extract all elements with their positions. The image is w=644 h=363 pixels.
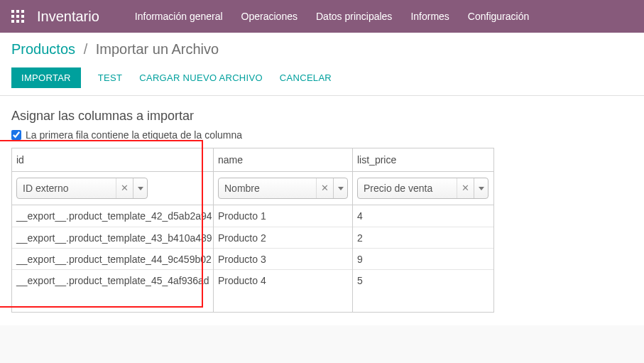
app-title[interactable]: Inventario [37, 9, 99, 25]
field-mapping-select[interactable]: Nombre ✕ [218, 178, 348, 199]
menu-item-reports[interactable]: Informes [410, 11, 449, 22]
control-panel: Productos / Importar un Archivo IMPORTAR… [0, 33, 644, 96]
table-row: Producto 1 [214, 205, 352, 227]
column-mapping-cell: Precio de venta ✕ [353, 172, 493, 205]
first-row-header-checkbox[interactable] [11, 130, 21, 140]
menu-item-operations[interactable]: Operaciones [241, 11, 298, 22]
table-row: 2 [353, 227, 493, 248]
section-title: Asignar las columnas a importar [11, 109, 633, 124]
clear-icon[interactable]: ✕ [457, 178, 474, 198]
main-menu: Información general Operaciones Datos pr… [135, 11, 529, 22]
field-mapping-value: ID externo [17, 183, 116, 194]
action-bar: IMPORTAR TEST CARGAR NUEVO ARCHIVO CANCE… [11, 67, 633, 88]
menu-item-master-data[interactable]: Datos principales [316, 11, 392, 22]
cancel-button[interactable]: CANCELAR [280, 72, 332, 83]
clear-icon[interactable]: ✕ [316, 178, 333, 198]
import-column-id: id ID externo ✕ __export__.product_templ… [12, 148, 214, 312]
first-row-header-label[interactable]: La primera fila contiene la etiqueta de … [26, 129, 242, 141]
import-content: Asignar las columnas a importar La prime… [0, 96, 644, 325]
table-spacer [353, 291, 493, 312]
column-mapping-cell: ID externo ✕ [12, 172, 213, 205]
chevron-down-icon[interactable] [474, 178, 488, 198]
column-header: name [214, 148, 352, 172]
load-new-file-button[interactable]: CARGAR NUEVO ARCHIVO [139, 72, 263, 83]
breadcrumb-products[interactable]: Productos [11, 41, 75, 57]
table-spacer [12, 291, 213, 312]
first-row-header-option: La primera fila contiene la etiqueta de … [11, 129, 633, 141]
chevron-down-icon[interactable] [333, 178, 347, 198]
table-row: __export__.product_template_43_b410a489 [12, 227, 213, 248]
table-spacer [214, 291, 352, 312]
import-column-price: list_price Precio de venta ✕ 4 2 9 5 [353, 148, 493, 312]
column-header: id [12, 148, 213, 172]
table-row: Producto 4 [214, 269, 352, 291]
column-header: list_price [353, 148, 493, 172]
field-mapping-select[interactable]: ID externo ✕ [16, 178, 148, 199]
table-row: 9 [353, 248, 493, 269]
table-row: __export__.product_template_42_d5ab2a94 [12, 205, 213, 227]
import-button[interactable]: IMPORTAR [11, 67, 81, 88]
menu-item-overview[interactable]: Información general [135, 11, 223, 22]
top-navbar: Inventario Información general Operacion… [0, 0, 644, 33]
clear-icon[interactable]: ✕ [116, 178, 133, 198]
field-mapping-value: Nombre [219, 183, 316, 194]
field-mapping-select[interactable]: Precio de venta ✕ [357, 178, 489, 199]
table-row: 5 [353, 269, 493, 291]
chevron-down-icon[interactable] [133, 178, 147, 198]
test-button[interactable]: TEST [98, 72, 122, 83]
field-mapping-value: Precio de venta [358, 183, 457, 194]
menu-item-config[interactable]: Configuración [468, 11, 529, 22]
table-row: Producto 3 [214, 248, 352, 269]
breadcrumb-separator: / [84, 41, 88, 57]
table-row: Producto 2 [214, 227, 352, 248]
import-preview-table: id ID externo ✕ __export__.product_templ… [11, 148, 494, 313]
column-mapping-cell: Nombre ✕ [214, 172, 352, 205]
table-row: __export__.product_template_44_9c459b02 [12, 248, 213, 269]
table-row: 4 [353, 205, 493, 227]
breadcrumb: Productos / Importar un Archivo [11, 41, 633, 58]
apps-icon[interactable] [11, 10, 24, 23]
breadcrumb-current: Importar un Archivo [96, 41, 219, 57]
import-column-name: name Nombre ✕ Producto 1 Producto 2 Prod… [214, 148, 353, 312]
table-row: __export__.product_template_45_4af936ad [12, 269, 213, 291]
